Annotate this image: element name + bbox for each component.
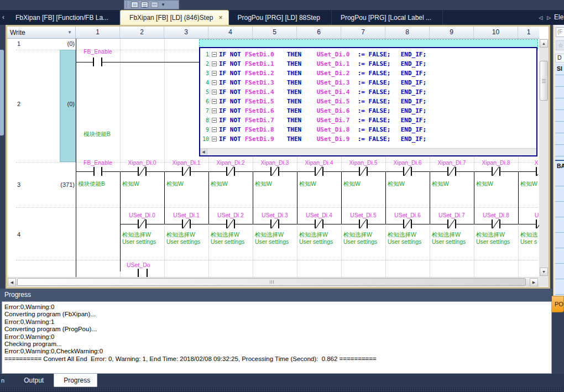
fold-collapse-icon[interactable] (212, 127, 217, 132)
fold-collapse-icon[interactable] (212, 52, 217, 57)
scroll-right-icon[interactable]: ▶ (530, 278, 538, 286)
ladder-grid[interactable]: 1 2 3 4 (0) (0) (371) FB_Enable 模块使能B 1 … (7, 39, 539, 277)
bottom-panel-tab[interactable]: Progress (54, 374, 97, 387)
contact-device-name[interactable]: FB_Enable (76, 159, 120, 166)
bottom-panel-tab[interactable]: Output (14, 374, 50, 387)
contact-device-name[interactable]: Xipan_Di.1 (164, 159, 208, 166)
ladder-cell[interactable]: Xipan_Di.4 检知W (297, 158, 341, 207)
contact-symbol[interactable] (403, 219, 412, 228)
scroll-left-icon[interactable]: ◀ (200, 149, 207, 155)
contact-symbol[interactable] (492, 219, 500, 228)
st-code-line[interactable]: 3 IF NOT FSetDi.2 THEN USet_Di.2 := FALS… (200, 69, 536, 78)
contact-symbol[interactable] (536, 167, 538, 176)
contact-symbol[interactable] (138, 167, 147, 176)
toolbar-drag-handle-icon[interactable] (127, 2, 128, 8)
contact-device-name[interactable]: USet_Di.4 (297, 212, 341, 218)
ladder-cell[interactable]: Xipan_Di.8 检知W (474, 158, 518, 207)
contact-device-name[interactable]: USet_Di.5 (341, 212, 385, 218)
ladder-cell[interactable]: USet_Di.2 检知选择W User settings (208, 207, 253, 260)
favorite-star-icon[interactable]: ☆ (556, 40, 564, 50)
ladder-cell[interactable]: Xipan_Di.3 检知W (253, 158, 297, 207)
form-window-icon[interactable] (131, 2, 138, 8)
ladder-cell[interactable]: USe 检知选 User s (518, 207, 539, 260)
contact-symbol[interactable] (359, 219, 368, 228)
contact-device-name[interactable]: Xipan_Di.2 (208, 159, 253, 166)
fold-collapse-icon[interactable] (212, 80, 217, 85)
ladder-cell[interactable]: USet_Di.4 检知选择W User settings (297, 207, 341, 260)
fold-collapse-icon[interactable] (212, 137, 217, 142)
contact-device-name[interactable]: USet_Di.8 (474, 212, 518, 218)
contact-device-name[interactable]: Xipan_Di.7 (430, 159, 474, 166)
fold-collapse-icon[interactable] (212, 118, 217, 123)
ladder-cell[interactable]: Xipan_Di.2 检知W (208, 158, 253, 207)
ladder-cell[interactable]: USet_Di.5 检知选择W User settings (341, 207, 385, 260)
contact-device-name[interactable]: Xipa (518, 159, 538, 166)
toolbar-overflow-icon[interactable]: ▼ (161, 0, 165, 9)
fold-collapse-icon[interactable] (212, 71, 217, 76)
fold-collapse-icon[interactable] (212, 99, 217, 104)
ladder-cell[interactable]: Xipan_Di.7 检知W (430, 158, 474, 207)
contact-symbol[interactable] (138, 219, 147, 228)
contact-device-name[interactable]: USet_Do (127, 262, 150, 268)
contact-device-name[interactable]: USet_Di.2 (208, 212, 253, 218)
ladder-cell[interactable]: USet_Di.0 检知选择W User settings (120, 207, 164, 260)
pou-list-tab[interactable]: PO (552, 296, 564, 312)
contact-symbol[interactable] (93, 167, 102, 176)
display-target-dropdown[interactable]: D (555, 54, 564, 62)
st-code-line[interactable]: 2 IF NOT FSetDi.1 THEN USet_Di.1 := FALS… (200, 59, 536, 69)
contact-device-name[interactable]: Xipan_Di.3 (253, 159, 297, 166)
document-tab[interactable]: FbXipan [FB] [LD] (846)Step × (120, 10, 228, 25)
contact-symbol[interactable] (315, 167, 323, 176)
st-code-line[interactable]: 10 IF NOT FSetDi.9 THEN USet_Di.9 := FAL… (200, 134, 536, 144)
st-code-line[interactable]: 8 IF NOT FSetDi.7 THEN USet_Di.7 := FALS… (200, 116, 536, 125)
contact-device-name[interactable]: USet_Di.3 (253, 212, 297, 218)
ladder-cell[interactable]: Xipan_Di.5 检知W (341, 158, 385, 207)
document-tab[interactable]: ProgPou [PRG] [Local Label ... (332, 10, 443, 25)
contact-device-name[interactable]: USet_Di.7 (430, 212, 474, 218)
contact-symbol[interactable] (270, 167, 279, 176)
collapsed-dock-strip[interactable] (0, 50, 4, 135)
module-monitor-icon[interactable] (141, 2, 148, 8)
contact-device-name[interactable]: Xipan_Di.8 (474, 159, 518, 166)
element-list[interactable]: SI (555, 64, 564, 159)
st-code-line[interactable]: 7 IF NOT FSetDi.6 THEN USet_Di.6 := FALS… (200, 106, 536, 116)
st-code-line[interactable]: 9 IF NOT FSetDi.8 THEN USet_Di.8 := FALS… (200, 125, 536, 134)
st-code-line[interactable]: 6 IF NOT FSetDi.5 THEN USet_Di.5 := FALS… (200, 97, 536, 106)
contact-symbol[interactable] (226, 219, 235, 228)
contact-symbol[interactable] (447, 167, 456, 176)
contact-symbol[interactable] (359, 167, 368, 176)
document-tab[interactable]: FbXipan [FB] [Function/FB La... (7, 10, 120, 25)
scroll-down-icon[interactable]: ▼ (540, 268, 548, 276)
st-code-line[interactable]: 5 IF NOT FSetDi.4 THEN USet_Di.4 := FALS… (200, 87, 536, 97)
document-tab[interactable]: ProgPou [PRG] [LD] 88Step (229, 10, 332, 25)
st-code-line[interactable]: 4 IF NOT FSetDi.3 THEN USet_Di.3 := FALS… (200, 78, 536, 87)
vertical-scroll-thumb[interactable] (540, 61, 548, 101)
tab-nav-next-icon[interactable]: ▷ (547, 15, 551, 20)
contact-symbol[interactable] (182, 167, 191, 176)
contact-device-name[interactable]: USet_Di.1 (164, 212, 208, 218)
horizontal-scrollbar[interactable]: ◀ ▶ (7, 277, 539, 286)
contact-device-name[interactable]: Xipan_Di.5 (341, 159, 385, 166)
vertical-scrollbar[interactable]: ▲ ▼ (539, 39, 549, 277)
contact-device-name[interactable]: FB_Enable (83, 48, 112, 55)
contact-symbol[interactable] (492, 167, 500, 176)
inline-st-box[interactable]: 1 IF NOT FSetDi.0 THEN USet_Di.0 := FALS… (199, 47, 537, 156)
contact-device-name[interactable]: Xipan_Di.0 (120, 159, 164, 166)
ladder-cell[interactable]: USet_Di.3 检知选择W User settings (253, 207, 297, 260)
tab-close-icon[interactable]: × (218, 14, 222, 22)
ladder-cell[interactable]: USet_Di.6 检知选择W User settings (385, 207, 430, 260)
ladder-cell[interactable]: Xipan_Di.0 检知W (120, 158, 164, 207)
contact-device-name[interactable]: Xipan_Di.6 (385, 159, 430, 166)
contact-symbol[interactable] (315, 219, 323, 228)
st-horizontal-scrollbar[interactable]: ◀ (200, 148, 536, 155)
st-code-line[interactable]: 1 IF NOT FSetDi.0 THEN USet_Di.0 := FALS… (200, 50, 536, 59)
contact-device-name[interactable]: Xipan_Di.4 (297, 159, 341, 166)
contact-symbol[interactable] (182, 219, 191, 228)
ladder-cell[interactable]: Xipan_Di.1 检知W (164, 158, 208, 207)
contact-symbol[interactable] (403, 167, 412, 176)
tab-nav-prev-icon[interactable]: ◁ (539, 15, 542, 20)
contact-symbol[interactable] (226, 167, 235, 176)
ladder-cell[interactable]: Xipa 检知W (518, 158, 538, 207)
user-library-icon[interactable] (151, 2, 158, 8)
tab-scroll-left-icon[interactable]: ‹ (0, 10, 7, 25)
